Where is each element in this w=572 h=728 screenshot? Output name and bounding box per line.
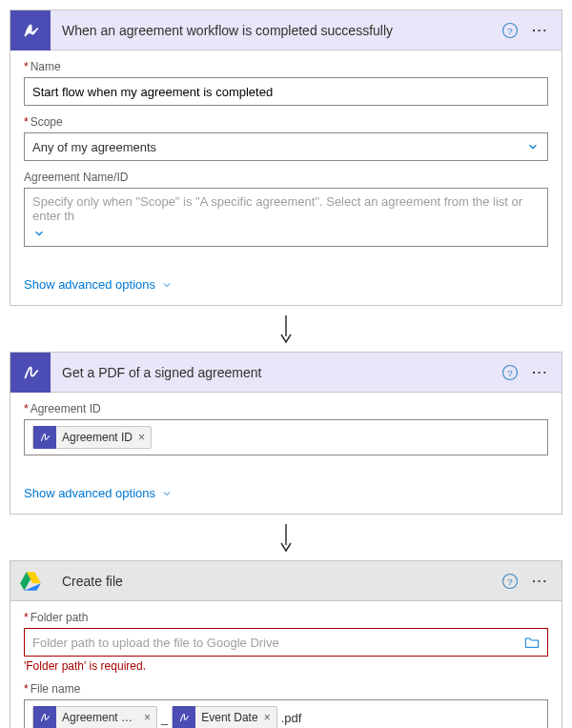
file-name-input[interactable]: Agreement Na... × _ Event Date × .pdf	[24, 699, 548, 728]
help-icon[interactable]: ?	[501, 364, 519, 381]
scope-field: Scope Any of my agreements	[24, 115, 548, 161]
agreement-id-label: Agreement ID	[24, 402, 548, 415]
google-drive-icon	[10, 561, 51, 601]
help-icon[interactable]: ?	[501, 22, 519, 39]
arrow-connector	[10, 520, 562, 560]
svg-text:?: ?	[507, 367, 513, 377]
agreement-id-field: Agreement ID Agreement ID ×	[24, 402, 548, 455]
more-icon[interactable]: ···	[528, 23, 552, 37]
create-file-body: Folder path Folder path to upload the fi…	[10, 601, 562, 728]
filename-separator: _	[161, 711, 168, 725]
agreement-id-input[interactable]: Agreement ID ×	[24, 419, 548, 455]
create-file-title: Create file	[51, 574, 501, 589]
remove-token-icon[interactable]: ×	[264, 711, 271, 724]
folder-path-input[interactable]: Folder path to upload the file to Google…	[24, 628, 548, 657]
agreement-label: Agreement Name/ID	[24, 171, 548, 184]
agreement-placeholder: Specify only when "Scope" is "A specific…	[32, 194, 540, 223]
get-pdf-title: Get a PDF of a signed agreement	[51, 365, 501, 380]
more-icon[interactable]: ···	[528, 574, 552, 588]
adobe-sign-icon	[173, 706, 195, 728]
trigger-title: When an agreement workflow is completed …	[51, 23, 501, 38]
remove-token-icon[interactable]: ×	[138, 431, 145, 444]
trigger-header[interactable]: When an agreement workflow is completed …	[10, 10, 562, 51]
action-get-pdf-card: Get a PDF of a signed agreement ? ··· Ag…	[10, 352, 562, 515]
adobe-sign-icon	[33, 706, 56, 728]
file-name-label: File name	[24, 682, 548, 696]
folder-path-error: 'Folder path' is required.	[24, 659, 548, 673]
adobe-sign-icon	[10, 353, 51, 393]
token-label: Event Date	[201, 711, 257, 724]
adobe-sign-icon	[33, 426, 56, 449]
create-file-header[interactable]: Create file ? ···	[10, 561, 562, 601]
get-pdf-header[interactable]: Get a PDF of a signed agreement ? ···	[10, 353, 562, 393]
trigger-body: Name Scope Any of my agreements Agreemen…	[10, 51, 562, 270]
folder-path-field: Folder path Folder path to upload the fi…	[24, 611, 548, 673]
remove-token-icon[interactable]: ×	[144, 711, 151, 724]
token-event-date[interactable]: Event Date ×	[172, 706, 276, 728]
scope-value: Any of my agreements	[32, 140, 156, 154]
action-create-file-card: Create file ? ··· Folder path Folder pat…	[10, 560, 562, 728]
name-input-text[interactable]	[32, 85, 540, 99]
filename-suffix: .pdf	[281, 711, 302, 725]
file-name-field: File name Agreement Na... × _ Event Date…	[24, 682, 548, 728]
token-label: Agreement Na...	[62, 711, 138, 724]
token-agreement-name[interactable]: Agreement Na... ×	[32, 706, 157, 728]
adv-label: Show advanced options	[24, 277, 155, 292]
arrow-connector	[10, 312, 562, 352]
folder-picker-icon[interactable]	[524, 636, 540, 649]
name-field: Name	[24, 60, 548, 106]
svg-text:?: ?	[507, 576, 513, 586]
trigger-card: When an agreement workflow is completed …	[10, 10, 562, 306]
name-label: Name	[24, 60, 548, 73]
help-icon[interactable]: ?	[501, 573, 519, 590]
scope-select[interactable]: Any of my agreements	[24, 132, 548, 161]
folder-path-placeholder: Folder path to upload the file to Google…	[32, 636, 279, 650]
more-icon[interactable]: ···	[528, 365, 552, 379]
scope-label: Scope	[24, 115, 548, 129]
chevron-down-icon	[526, 140, 540, 153]
token-label: Agreement ID	[62, 431, 133, 444]
chevron-down-icon	[32, 227, 46, 240]
show-advanced-link[interactable]: Show advanced options	[10, 478, 186, 514]
get-pdf-body: Agreement ID Agreement ID ×	[10, 393, 562, 478]
agreement-field: Agreement Name/ID Specify only when "Sco…	[24, 171, 548, 247]
token-agreement-id[interactable]: Agreement ID ×	[32, 426, 152, 449]
adobe-sign-icon	[10, 10, 51, 51]
folder-path-label: Folder path	[24, 611, 548, 624]
show-advanced-link[interactable]: Show advanced options	[10, 270, 186, 305]
svg-text:?: ?	[507, 25, 513, 35]
agreement-select[interactable]: Specify only when "Scope" is "A specific…	[24, 188, 548, 247]
name-input[interactable]	[24, 77, 548, 106]
adv-label: Show advanced options	[24, 486, 155, 500]
